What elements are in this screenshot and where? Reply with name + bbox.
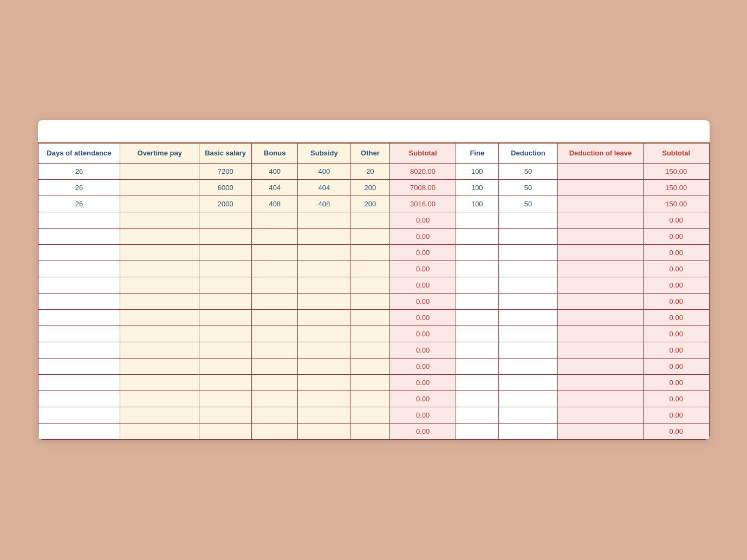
column-header: Subtotal (390, 143, 456, 164)
table-cell (350, 342, 390, 359)
table-cell (38, 391, 120, 407)
table-cell (456, 261, 498, 277)
table-cell (350, 391, 390, 407)
column-header: Subsidy (298, 143, 350, 164)
table-cell (558, 310, 644, 326)
table-cell: 200 (350, 196, 390, 212)
table-cell: 0.00 (643, 359, 709, 375)
table-cell (558, 342, 644, 359)
table-cell: 400 (298, 164, 350, 180)
table-cell: 0.00 (390, 277, 456, 294)
table-cell (199, 245, 252, 261)
table-row: 0.000.00 (38, 375, 709, 391)
table-cell (298, 391, 350, 407)
table-cell (199, 407, 252, 424)
table-cell (456, 229, 498, 245)
table-cell: 8020.00 (390, 164, 456, 180)
table-cell: 0.00 (390, 294, 456, 310)
table-row: 0.000.00 (38, 277, 709, 294)
table-cell (252, 391, 298, 407)
table-cell: 0.00 (643, 245, 709, 261)
table-cell (498, 391, 557, 407)
column-header: Days of attendance (38, 143, 120, 164)
column-header: Deduction (498, 143, 557, 164)
table-cell (558, 326, 644, 342)
table-cell: 7200 (199, 164, 252, 180)
table-cell (350, 375, 390, 391)
column-header: Subtotal (643, 143, 709, 164)
table-cell (199, 212, 252, 229)
table-cell: 150.00 (643, 180, 709, 196)
table-cell (298, 245, 350, 261)
table-cell (38, 294, 120, 310)
table-row: 0.000.00 (38, 294, 709, 310)
table-row: 0.000.00 (38, 261, 709, 277)
table-cell (252, 229, 298, 245)
table-cell (120, 326, 199, 342)
table-cell (350, 212, 390, 229)
table-cell (558, 294, 644, 310)
table-cell (120, 407, 199, 424)
table-cell (558, 391, 644, 407)
table-cell: 0.00 (643, 375, 709, 391)
table-cell (120, 261, 199, 277)
table-cell: 2000 (199, 196, 252, 212)
table-cell (199, 326, 252, 342)
table-cell: 0.00 (643, 407, 709, 424)
table-cell: 26 (38, 180, 120, 196)
table-cell (38, 229, 120, 245)
table-cell (498, 277, 557, 294)
table-cell (120, 424, 199, 440)
table-cell (199, 424, 252, 440)
table-cell (199, 229, 252, 245)
table-cell (298, 407, 350, 424)
table-cell (252, 407, 298, 424)
table-cell (456, 310, 498, 326)
table-cell (456, 342, 498, 359)
table-cell (199, 391, 252, 407)
table-cell: 100 (456, 164, 498, 180)
table-cell: 0.00 (643, 294, 709, 310)
table-row: 0.000.00 (38, 407, 709, 424)
payroll-table: Days of attendanceOvertime payBasic sala… (38, 143, 710, 440)
table-cell: 0.00 (643, 229, 709, 245)
table-cell (120, 375, 199, 391)
table-row: 0.000.00 (38, 326, 709, 342)
table-cell (298, 375, 350, 391)
table-cell (558, 359, 644, 375)
table-row: 0.000.00 (38, 245, 709, 261)
table-row: 0.000.00 (38, 342, 709, 359)
table-cell (456, 212, 498, 229)
table-cell (120, 391, 199, 407)
table-cell (498, 342, 557, 359)
table-cell (498, 245, 557, 261)
table-cell (558, 245, 644, 261)
table-cell (38, 212, 120, 229)
table-cell (456, 375, 498, 391)
table-cell (350, 277, 390, 294)
table-cell (120, 359, 199, 375)
table-cell: 6000 (199, 180, 252, 196)
table-cell: 50 (498, 164, 557, 180)
table-cell: 100 (456, 180, 498, 196)
table-cell (498, 407, 557, 424)
table-cell: 20 (350, 164, 390, 180)
table-cell (252, 261, 298, 277)
table-cell (456, 245, 498, 261)
table-cell (558, 407, 644, 424)
table-row: 2620004084082003016.0010050150.00 (38, 196, 709, 212)
table-cell (558, 196, 644, 212)
table-cell: 7008.00 (390, 180, 456, 196)
table-cell (558, 180, 644, 196)
table-cell (120, 164, 199, 180)
table-cell: 150.00 (643, 196, 709, 212)
table-cell: 404 (252, 180, 298, 196)
column-header: Other (350, 143, 390, 164)
table-cell (350, 310, 390, 326)
table-cell (558, 212, 644, 229)
table-cell (38, 342, 120, 359)
table-cell (38, 245, 120, 261)
table-cell (199, 294, 252, 310)
table-cell (252, 375, 298, 391)
table-cell: 150.00 (643, 164, 709, 180)
